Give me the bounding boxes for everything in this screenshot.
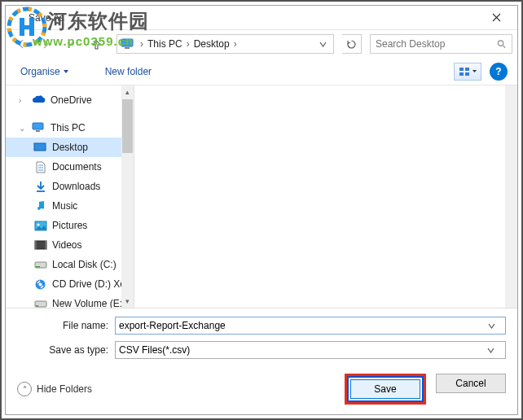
organise-label: Organise — [20, 66, 60, 77]
help-icon: ? — [495, 66, 501, 77]
save-dialog: Save As › This PC › Desktop › — [5, 5, 518, 415]
music-icon — [35, 200, 46, 212]
download-icon — [35, 181, 46, 193]
filetype-value: CSV Files(*.csv) — [119, 344, 190, 356]
tree-item-music[interactable]: Music — [6, 196, 134, 216]
breadcrumb[interactable]: › This PC › Desktop › — [116, 34, 334, 54]
chevron-down-icon — [472, 68, 477, 74]
tree-item-label: Desktop — [52, 142, 88, 153]
filename-label: File name: — [17, 320, 115, 331]
svg-point-21 — [39, 282, 42, 286]
save-highlight-box: Save — [345, 374, 426, 405]
disk-icon — [34, 260, 47, 269]
tree-item-label: Downloads — [52, 181, 100, 192]
svg-rect-6 — [465, 68, 469, 71]
tree-item-label: Pictures — [52, 220, 87, 231]
chevron-down-icon — [488, 322, 495, 330]
cd-icon — [34, 278, 46, 291]
chevron-down-icon — [319, 41, 327, 48]
filename-input-wrapper[interactable] — [115, 317, 506, 335]
organise-menu[interactable]: Organise — [15, 63, 74, 81]
svg-rect-17 — [45, 241, 46, 249]
breadcrumb-dropdown[interactable] — [316, 41, 330, 48]
filetype-dropdown[interactable] — [487, 347, 502, 354]
svg-point-4 — [498, 40, 503, 45]
svg-rect-15 — [35, 241, 46, 249]
button-row: ˄ Hide Folders Save Cancel — [17, 374, 506, 405]
tree-item-onedrive[interactable]: › OneDrive — [6, 90, 134, 110]
chevron-down-icon — [487, 347, 494, 354]
hide-folders-label: Hide Folders — [37, 383, 92, 395]
svg-rect-11 — [34, 143, 46, 151]
file-list-area[interactable] — [134, 85, 517, 308]
cancel-label: Cancel — [455, 378, 486, 389]
search-input[interactable] — [376, 38, 497, 50]
tree-item-desktop[interactable]: Desktop — [6, 138, 134, 157]
video-icon — [34, 240, 47, 250]
tree-item-thispc[interactable]: ⌄ This PC — [6, 118, 134, 138]
tree-item-label: New Volume (E:) — [52, 298, 125, 308]
new-folder-label: New folder — [105, 66, 152, 77]
tree-item-cddrive-d[interactable]: CD Drive (D:) Xen — [6, 274, 134, 294]
content-scrollbar[interactable] — [505, 85, 517, 308]
view-icon — [459, 67, 470, 77]
svg-rect-5 — [459, 68, 464, 71]
bottom-panel: File name: Save as type: CSV Files(*.csv… — [6, 308, 517, 414]
scroll-up-icon[interactable]: ▴ — [121, 85, 134, 98]
hide-folders-button[interactable]: ˄ Hide Folders — [17, 382, 92, 396]
tree-item-label: OneDrive — [51, 94, 92, 106]
tree-item-label: Videos — [52, 239, 81, 251]
chevron-up-circle-icon: ˄ — [17, 382, 32, 396]
cloud-icon — [32, 95, 46, 105]
tree-item-videos[interactable]: Videos — [6, 235, 134, 255]
svg-rect-19 — [36, 266, 40, 268]
search-box[interactable] — [370, 34, 512, 54]
watermark-url: www.pc0359.cn — [33, 34, 134, 48]
document-icon — [35, 161, 46, 173]
svg-rect-16 — [35, 241, 37, 249]
tree-item-label: This PC — [51, 122, 86, 133]
dialog-body: › OneDrive ⌄ This PC Desktop Documents D… — [6, 85, 517, 308]
filetype-label: Save as type: — [17, 344, 115, 356]
help-button[interactable]: ? — [490, 63, 508, 81]
save-label: Save — [374, 383, 396, 395]
chevron-down-icon — [63, 68, 69, 75]
picture-icon — [34, 221, 47, 231]
desktop-icon — [33, 142, 47, 153]
save-button[interactable]: Save — [350, 379, 420, 399]
disk-icon — [34, 299, 47, 308]
tree-scrollbar[interactable]: ▴ ▾ — [121, 85, 134, 308]
breadcrumb-chevron-icon: › — [138, 38, 145, 50]
svg-rect-9 — [33, 123, 43, 129]
close-icon — [492, 13, 501, 22]
scroll-thumb[interactable] — [122, 99, 133, 153]
tree-item-newvolume-e[interactable]: New Volume (E:) — [6, 294, 134, 308]
scroll-down-icon[interactable]: ▾ — [121, 295, 134, 308]
breadcrumb-seg-desktop[interactable]: Desktop — [191, 38, 232, 50]
breadcrumb-seg-thispc[interactable]: This PC — [145, 38, 185, 50]
svg-rect-23 — [36, 305, 38, 307]
refresh-button[interactable] — [342, 34, 362, 54]
filename-dropdown[interactable] — [488, 322, 502, 330]
svg-rect-7 — [459, 72, 464, 76]
close-button[interactable] — [478, 7, 514, 29]
toolbar: Organise New folder ? — [6, 58, 517, 85]
tree-item-label: Documents — [52, 161, 102, 173]
cancel-button[interactable]: Cancel — [436, 374, 506, 393]
expand-icon: › — [19, 96, 27, 105]
view-options-button[interactable] — [454, 63, 481, 81]
tree-item-pictures[interactable]: Pictures — [6, 216, 134, 235]
tree-item-downloads[interactable]: Downloads — [6, 177, 134, 196]
breadcrumb-chevron-icon: › — [185, 38, 191, 50]
filetype-combo[interactable]: CSV Files(*.csv) — [115, 341, 506, 359]
tree-item-localdisk-c[interactable]: Local Disk (C:) — [6, 255, 134, 274]
refresh-icon — [346, 39, 357, 50]
new-folder-button[interactable]: New folder — [100, 63, 156, 81]
tree-item-documents[interactable]: Documents — [6, 157, 134, 177]
collapse-icon: ⌄ — [19, 124, 27, 133]
pc-icon — [32, 122, 46, 133]
filename-row: File name: — [17, 317, 506, 335]
filename-input[interactable] — [119, 320, 488, 331]
svg-point-14 — [37, 223, 39, 225]
breadcrumb-chevron-icon: › — [232, 38, 239, 50]
